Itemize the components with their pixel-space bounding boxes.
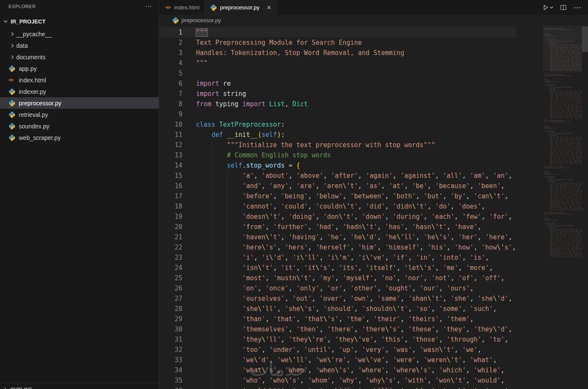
tab-label: index.html [174,4,199,11]
python-icon [9,111,16,118]
code-line[interactable]: 30 'themselves', 'then', 'there', 'there… [159,324,516,334]
code-line[interactable]: 6import re [159,78,516,89]
code-line[interactable]: 13 # Common English stop words [159,150,516,160]
indent-guide [211,140,212,389]
line-number: 9 [159,109,182,119]
code-text: # Common English stop words [182,150,331,160]
code-text: """ [182,58,208,68]
scrollbar-thumb[interactable] [582,26,588,52]
code-line[interactable]: 28 'she\'ll', 'she\'s', 'should', 'shoul… [159,304,516,314]
code-line[interactable]: 22 'here\'s', 'hers', 'herself', 'him', … [159,242,516,253]
file-item-retrieval.py[interactable]: retrieval.py [0,109,159,120]
folder-item-__pycache__[interactable]: __pycache__ [0,28,159,40]
code-line[interactable]: 4""" [159,58,516,68]
file-item-app.py[interactable]: app.py [0,63,159,74]
split-editor-button[interactable] [560,4,567,11]
code-line[interactable]: 17 'before', 'being', 'below', 'between'… [159,191,516,201]
file-item-index.html[interactable]: <>index.html [0,74,159,86]
file-item-indexer.py[interactable]: indexer.py [0,86,159,97]
line-number: 31 [159,334,182,345]
code-line[interactable]: 33 'we\'d', 'we\'ll', 'we\'re', 'we\'ve'… [159,355,516,365]
code-line[interactable]: 32 'too', 'under', 'until', 'up', 'very'… [159,345,516,355]
close-icon[interactable]: × [267,4,271,11]
code-line[interactable]: 5 [159,68,516,78]
tab-index-html[interactable]: <> index.html [159,0,205,15]
minimap-slider[interactable] [543,26,582,71]
line-number: 18 [159,201,182,212]
code-line[interactable]: 21 'haven\'t', 'having', 'he', 'he\'d', … [159,232,516,242]
code-line[interactable]: 36 'wouldn\'t', 'you', 'you\'d', 'you\'l… [159,386,516,389]
code-text: 'haven\'t', 'having', 'he', 'he\'d', 'he… [182,232,512,242]
line-number: 22 [159,242,182,253]
line-number: 2 [159,38,182,48]
code-line[interactable]: 9 [159,109,516,119]
code-text: def __init__(self): [182,130,285,140]
line-number: 10 [159,119,182,130]
code-line[interactable]: 3Handles: Tokenization, Stop Word Remova… [159,48,516,58]
code-line[interactable]: 25 'most', 'mustn\'t', 'my', 'myself', '… [159,273,516,283]
code-text: 'we\'d', 'we\'ll', 'we\'re', 'we\'ve', '… [182,355,497,365]
chevron-down-icon [550,6,553,9]
code-line[interactable]: 35 'who', 'who\'s', 'whom', 'why', 'why\… [159,375,516,386]
line-number: 4 [159,58,182,68]
python-icon [9,88,16,95]
item-label: index.html [19,77,46,84]
code-line[interactable]: 31 'they\'ll', 'they\'re', 'they\'ve', '… [159,334,516,345]
code-line[interactable]: 8from typing import List, Dict [159,99,516,109]
item-label: preprocessor.py [19,100,61,107]
code-text: 'than', 'that', 'that\'s', 'the', 'their… [182,314,474,324]
code-line[interactable]: 19 'doesn\'t', 'doing', 'don\'t', 'down'… [159,212,516,222]
code-line[interactable]: 27 'ourselves', 'out', 'over', 'own', 's… [159,293,516,304]
breadcrumb[interactable]: preprocessor.py [159,15,588,26]
run-button[interactable] [542,4,553,11]
explorer-sidebar: EXPLORER ⋯ IR_PROJECT __pycache__datadoc… [0,0,159,389]
file-item-soundex.py[interactable]: soundex.py [0,120,159,132]
code-line[interactable]: 12 """Initialize the text preprocessor w… [159,140,516,150]
file-item-web_scraper.py[interactable]: web_scraper.py [0,132,159,143]
python-icon [9,65,16,72]
line-number: 8 [159,99,182,109]
minimap[interactable]: """Text Preprocessing Module for Search … [543,26,582,389]
code-line[interactable]: 18 'cannot', 'could', 'couldn\'t', 'did'… [159,201,516,212]
code-text [182,109,196,119]
python-icon [9,123,16,130]
line-number: 7 [159,89,182,99]
code-line[interactable]: 20 'from', 'further', 'had', 'hadn\'t', … [159,222,516,232]
code-line[interactable]: 2Text Preprocessing Module for Search En… [159,38,516,48]
line-number: 21 [159,232,182,242]
tab-preprocessor-py[interactable]: preprocessor.py × [205,0,276,15]
item-label: documents [16,54,45,61]
vertical-scrollbar[interactable] [582,26,588,389]
code-text: Text Preprocessing Module for Search Eng… [182,38,362,48]
chevron-right-icon [9,31,16,38]
code-line[interactable]: 14 self.stop_words = { [159,160,516,171]
code-line[interactable]: 11 def __init__(self): [159,130,516,140]
code-editor[interactable]: 1"""2Text Preprocessing Module for Searc… [159,26,588,389]
project-root-item[interactable]: IR_PROJECT [0,16,159,26]
code-text: 'too', 'under', 'until', 'up', 'very', '… [182,345,481,355]
line-number: 13 [159,150,182,160]
code-text: 'they\'ll', 'they\'re', 'they\'ve', 'thi… [182,334,509,345]
folder-item-documents[interactable]: documents [0,51,159,63]
ellipsis-icon[interactable]: ⋯ [145,3,152,10]
code-line[interactable]: 29 'than', 'that', 'that\'s', 'the', 'th… [159,314,516,324]
code-text: 'ourselves', 'out', 'over', 'own', 'same… [182,293,512,304]
line-number: 1 [159,27,182,38]
folder-item-data[interactable]: data [0,40,159,51]
code-text: class TextPreprocessor: [182,119,285,130]
tab-label: preprocessor.py [220,4,260,11]
code-line[interactable]: 15 'a', 'about', 'above', 'after', 'agai… [159,171,516,181]
code-line[interactable]: 26 'on', 'once', 'only', 'or', 'other', … [159,283,516,293]
code-line[interactable]: 10class TextPreprocessor: [159,119,516,130]
code-line[interactable]: 16 'and', 'any', 'are', 'aren\'t', 'as',… [159,181,516,191]
line-number: 25 [159,273,182,283]
breadcrumb-file-label: preprocessor.py [181,17,221,23]
code-line[interactable]: 34 'what\'s', 'when', 'when\'s', 'where'… [159,365,516,375]
more-actions-button[interactable]: ⋯ [573,4,581,12]
code-line[interactable]: 1""" [159,27,516,38]
file-item-preprocessor.py[interactable]: preprocessor.py [0,97,159,109]
outline-section-header[interactable]: OUTLINE [0,383,159,389]
code-line[interactable]: 7import string [159,89,516,99]
code-line[interactable]: 24 'isn\'t', 'it', 'it\'s', 'its', 'itse… [159,263,516,273]
code-line[interactable]: 23 'i', 'i\'d', 'i\'ll', 'i\'m', 'i\'ve'… [159,253,516,263]
